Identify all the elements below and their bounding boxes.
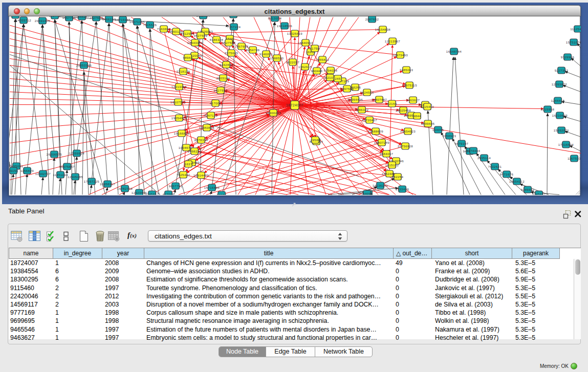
svg-text:9242848: 9242848 (220, 63, 233, 67)
svg-text:8813054: 8813054 (268, 16, 282, 20)
svg-text:9245652: 9245652 (145, 192, 159, 195)
svg-text:252254: 252254 (392, 175, 404, 179)
svg-text:9474444: 9474444 (467, 149, 481, 152)
svg-text:8186328: 8186328 (210, 38, 224, 41)
svg-text:164095: 164095 (432, 128, 444, 132)
svg-text:9227343: 9227343 (555, 69, 569, 72)
svg-text:9844: 9844 (413, 114, 421, 118)
svg-text:10973493: 10973493 (393, 53, 408, 57)
svg-text:16210643: 16210643 (552, 114, 568, 117)
svg-text:1733426: 1733426 (9, 16, 22, 17)
svg-text:17359924: 17359924 (69, 151, 85, 155)
svg-text:19654923: 19654923 (400, 129, 416, 133)
svg-text:6466160: 6466160 (102, 17, 116, 21)
svg-text:16107553: 16107553 (170, 100, 186, 104)
svg-text:62160: 62160 (387, 102, 397, 105)
svg-text:10719185: 10719185 (115, 18, 131, 21)
svg-text:20364436: 20364436 (347, 98, 363, 101)
svg-text:16154838: 16154838 (375, 28, 391, 31)
svg-text:8427552: 8427552 (214, 89, 228, 92)
svg-text:7625402: 7625402 (177, 173, 190, 177)
svg-text:7357224: 7357224 (227, 25, 241, 29)
svg-text:16914479: 16914479 (193, 173, 209, 177)
svg-text:9527508: 9527508 (222, 41, 236, 45)
svg-text:19054925: 19054925 (171, 116, 187, 120)
svg-text:9899695: 9899695 (421, 122, 435, 125)
svg-text:7955812: 7955812 (316, 58, 330, 61)
svg-text:15751074: 15751074 (566, 40, 581, 44)
svg-text:10688609: 10688609 (368, 129, 384, 133)
svg-text:12505185: 12505185 (68, 175, 83, 179)
svg-text:9115460: 9115460 (421, 105, 434, 108)
svg-text:19166829: 19166829 (174, 132, 190, 135)
svg-text:3375685: 3375685 (225, 51, 238, 55)
svg-text:1615152: 1615152 (385, 163, 399, 167)
svg-text:7163822: 7163822 (157, 27, 171, 31)
svg-text:14136141: 14136141 (373, 184, 388, 187)
svg-text:5958923: 5958923 (443, 134, 456, 138)
svg-text:6679197: 6679197 (455, 142, 469, 145)
svg-text:245: 245 (335, 77, 341, 80)
svg-text:10025458: 10025458 (396, 108, 411, 112)
svg-text:417006: 417006 (210, 101, 222, 105)
svg-text:8878334: 8878334 (194, 138, 208, 142)
svg-text:2087652: 2087652 (365, 17, 379, 21)
svg-text:12213967: 12213967 (385, 39, 401, 43)
svg-text:12942737: 12942737 (35, 172, 51, 176)
svg-text:12213369: 12213369 (171, 85, 187, 89)
svg-text:1733426: 1733426 (396, 187, 409, 191)
svg-text:2367608: 2367608 (235, 45, 249, 48)
svg-text:10543382: 10543382 (187, 41, 203, 45)
svg-text:16648784: 16648784 (446, 50, 462, 53)
svg-text:8912954: 8912954 (181, 32, 194, 35)
svg-text:19218506: 19218506 (277, 24, 293, 28)
svg-text:12975115: 12975115 (402, 83, 417, 87)
svg-text:9245652: 9245652 (521, 188, 535, 191)
svg-text:9245652: 9245652 (532, 192, 546, 195)
svg-text:26206575: 26206575 (47, 152, 62, 156)
svg-text:15716485: 15716485 (204, 186, 220, 189)
svg-text:16640910: 16640910 (298, 41, 314, 45)
svg-text:5498222: 5498222 (188, 149, 202, 153)
svg-text:10654112: 10654112 (509, 180, 525, 183)
svg-text:9657791: 9657791 (169, 184, 183, 188)
svg-text:17016504: 17016504 (558, 143, 574, 146)
svg-text:15720407: 15720407 (362, 118, 378, 122)
svg-text:16782759: 16782759 (117, 187, 133, 190)
svg-text:81900: 81900 (9, 163, 11, 166)
svg-text:8215958: 8215958 (541, 107, 555, 111)
svg-text:1527602: 1527602 (90, 16, 103, 19)
svg-text:62160: 62160 (217, 193, 227, 195)
svg-text:9527509: 9527509 (194, 34, 208, 37)
svg-text:90975857: 90975857 (59, 165, 75, 168)
svg-text:10807487: 10807487 (372, 98, 387, 101)
svg-text:13325419: 13325419 (287, 32, 303, 35)
svg-text:1362615: 1362615 (298, 65, 312, 69)
svg-text:1637: 1637 (184, 162, 192, 166)
svg-text:12353594: 12353594 (199, 126, 215, 129)
svg-text:18724007: 18724007 (286, 103, 303, 107)
svg-text:12093872: 12093872 (552, 82, 568, 86)
svg-text:6794028: 6794028 (324, 69, 338, 72)
svg-text:8454749: 8454749 (246, 48, 260, 52)
svg-text:9684067: 9684067 (380, 152, 394, 156)
svg-text:2935114: 2935114 (477, 156, 491, 160)
svg-text:39154: 39154 (9, 169, 18, 172)
svg-text:8471676: 8471676 (500, 172, 514, 176)
svg-text:8267110: 8267110 (204, 114, 217, 117)
svg-text:2718126: 2718126 (177, 70, 190, 73)
svg-text:7485063: 7485063 (400, 68, 413, 72)
svg-text:11125419: 11125419 (570, 27, 581, 31)
svg-text:417006: 417006 (163, 192, 175, 195)
svg-text:1244415: 1244415 (551, 99, 565, 102)
svg-text:990448: 990448 (49, 16, 61, 17)
svg-text:15807249: 15807249 (374, 141, 390, 144)
svg-text:7515526: 7515526 (143, 23, 157, 27)
svg-text:9146821: 9146821 (259, 52, 273, 56)
svg-text:20053346: 20053346 (76, 63, 92, 67)
svg-text:9822037: 9822037 (286, 60, 300, 64)
svg-text:9329966: 9329966 (561, 55, 575, 59)
svg-text:10958117: 10958117 (100, 182, 115, 186)
svg-text:1156829: 1156829 (20, 169, 34, 172)
svg-text:1167533: 1167533 (568, 157, 581, 160)
